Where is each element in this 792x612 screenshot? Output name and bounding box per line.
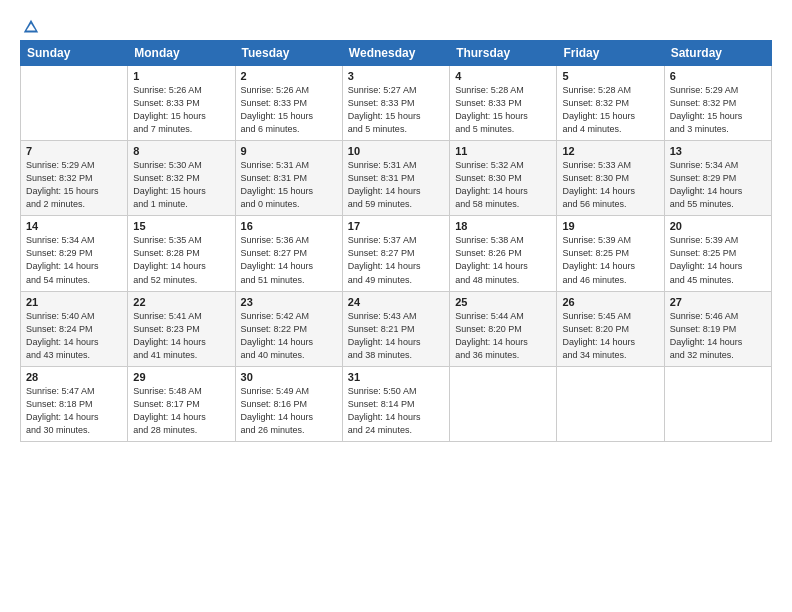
table-cell: 25Sunrise: 5:44 AM Sunset: 8:20 PM Dayli… (450, 291, 557, 366)
day-number: 27 (670, 296, 766, 308)
day-info: Sunrise: 5:49 AM Sunset: 8:16 PM Dayligh… (241, 385, 337, 437)
table-cell (664, 366, 771, 441)
day-info: Sunrise: 5:29 AM Sunset: 8:32 PM Dayligh… (26, 159, 122, 211)
table-cell: 23Sunrise: 5:42 AM Sunset: 8:22 PM Dayli… (235, 291, 342, 366)
day-info: Sunrise: 5:40 AM Sunset: 8:24 PM Dayligh… (26, 310, 122, 362)
day-number: 22 (133, 296, 229, 308)
day-info: Sunrise: 5:36 AM Sunset: 8:27 PM Dayligh… (241, 234, 337, 286)
day-number: 10 (348, 145, 444, 157)
day-info: Sunrise: 5:28 AM Sunset: 8:33 PM Dayligh… (455, 84, 551, 136)
day-info: Sunrise: 5:31 AM Sunset: 8:31 PM Dayligh… (241, 159, 337, 211)
day-info: Sunrise: 5:39 AM Sunset: 8:25 PM Dayligh… (562, 234, 658, 286)
col-thursday: Thursday (450, 41, 557, 66)
day-info: Sunrise: 5:28 AM Sunset: 8:32 PM Dayligh… (562, 84, 658, 136)
table-cell: 31Sunrise: 5:50 AM Sunset: 8:14 PM Dayli… (342, 366, 449, 441)
table-cell: 3Sunrise: 5:27 AM Sunset: 8:33 PM Daylig… (342, 66, 449, 141)
day-info: Sunrise: 5:39 AM Sunset: 8:25 PM Dayligh… (670, 234, 766, 286)
day-number: 31 (348, 371, 444, 383)
day-info: Sunrise: 5:29 AM Sunset: 8:32 PM Dayligh… (670, 84, 766, 136)
day-info: Sunrise: 5:45 AM Sunset: 8:20 PM Dayligh… (562, 310, 658, 362)
day-info: Sunrise: 5:26 AM Sunset: 8:33 PM Dayligh… (133, 84, 229, 136)
day-info: Sunrise: 5:48 AM Sunset: 8:17 PM Dayligh… (133, 385, 229, 437)
table-cell: 12Sunrise: 5:33 AM Sunset: 8:30 PM Dayli… (557, 141, 664, 216)
table-cell: 29Sunrise: 5:48 AM Sunset: 8:17 PM Dayli… (128, 366, 235, 441)
table-cell: 17Sunrise: 5:37 AM Sunset: 8:27 PM Dayli… (342, 216, 449, 291)
day-number: 25 (455, 296, 551, 308)
table-cell: 28Sunrise: 5:47 AM Sunset: 8:18 PM Dayli… (21, 366, 128, 441)
calendar-table: Sunday Monday Tuesday Wednesday Thursday… (20, 40, 772, 442)
day-number: 3 (348, 70, 444, 82)
day-info: Sunrise: 5:50 AM Sunset: 8:14 PM Dayligh… (348, 385, 444, 437)
col-wednesday: Wednesday (342, 41, 449, 66)
day-info: Sunrise: 5:32 AM Sunset: 8:30 PM Dayligh… (455, 159, 551, 211)
table-cell (450, 366, 557, 441)
day-number: 17 (348, 220, 444, 232)
table-cell: 16Sunrise: 5:36 AM Sunset: 8:27 PM Dayli… (235, 216, 342, 291)
table-cell: 5Sunrise: 5:28 AM Sunset: 8:32 PM Daylig… (557, 66, 664, 141)
table-cell: 22Sunrise: 5:41 AM Sunset: 8:23 PM Dayli… (128, 291, 235, 366)
day-number: 12 (562, 145, 658, 157)
col-friday: Friday (557, 41, 664, 66)
table-cell: 11Sunrise: 5:32 AM Sunset: 8:30 PM Dayli… (450, 141, 557, 216)
day-info: Sunrise: 5:35 AM Sunset: 8:28 PM Dayligh… (133, 234, 229, 286)
col-tuesday: Tuesday (235, 41, 342, 66)
table-cell: 15Sunrise: 5:35 AM Sunset: 8:28 PM Dayli… (128, 216, 235, 291)
day-info: Sunrise: 5:44 AM Sunset: 8:20 PM Dayligh… (455, 310, 551, 362)
col-saturday: Saturday (664, 41, 771, 66)
table-cell: 14Sunrise: 5:34 AM Sunset: 8:29 PM Dayli… (21, 216, 128, 291)
day-info: Sunrise: 5:47 AM Sunset: 8:18 PM Dayligh… (26, 385, 122, 437)
day-number: 7 (26, 145, 122, 157)
table-cell: 6Sunrise: 5:29 AM Sunset: 8:32 PM Daylig… (664, 66, 771, 141)
table-cell: 10Sunrise: 5:31 AM Sunset: 8:31 PM Dayli… (342, 141, 449, 216)
day-number: 21 (26, 296, 122, 308)
table-cell: 8Sunrise: 5:30 AM Sunset: 8:32 PM Daylig… (128, 141, 235, 216)
table-cell (557, 366, 664, 441)
day-number: 11 (455, 145, 551, 157)
table-cell: 26Sunrise: 5:45 AM Sunset: 8:20 PM Dayli… (557, 291, 664, 366)
day-number: 26 (562, 296, 658, 308)
col-monday: Monday (128, 41, 235, 66)
day-number: 13 (670, 145, 766, 157)
table-cell: 27Sunrise: 5:46 AM Sunset: 8:19 PM Dayli… (664, 291, 771, 366)
table-cell: 7Sunrise: 5:29 AM Sunset: 8:32 PM Daylig… (21, 141, 128, 216)
day-number: 23 (241, 296, 337, 308)
day-number: 8 (133, 145, 229, 157)
day-info: Sunrise: 5:42 AM Sunset: 8:22 PM Dayligh… (241, 310, 337, 362)
day-info: Sunrise: 5:27 AM Sunset: 8:33 PM Dayligh… (348, 84, 444, 136)
day-number: 29 (133, 371, 229, 383)
logo-area (20, 18, 40, 32)
day-info: Sunrise: 5:37 AM Sunset: 8:27 PM Dayligh… (348, 234, 444, 286)
day-number: 19 (562, 220, 658, 232)
table-cell (21, 66, 128, 141)
page: Sunday Monday Tuesday Wednesday Thursday… (0, 0, 792, 612)
table-cell: 24Sunrise: 5:43 AM Sunset: 8:21 PM Dayli… (342, 291, 449, 366)
header (20, 18, 772, 32)
day-info: Sunrise: 5:34 AM Sunset: 8:29 PM Dayligh… (26, 234, 122, 286)
day-number: 2 (241, 70, 337, 82)
table-cell: 2Sunrise: 5:26 AM Sunset: 8:33 PM Daylig… (235, 66, 342, 141)
table-cell: 1Sunrise: 5:26 AM Sunset: 8:33 PM Daylig… (128, 66, 235, 141)
table-cell: 18Sunrise: 5:38 AM Sunset: 8:26 PM Dayli… (450, 216, 557, 291)
day-number: 6 (670, 70, 766, 82)
day-info: Sunrise: 5:41 AM Sunset: 8:23 PM Dayligh… (133, 310, 229, 362)
day-number: 15 (133, 220, 229, 232)
day-number: 4 (455, 70, 551, 82)
day-number: 14 (26, 220, 122, 232)
table-cell: 21Sunrise: 5:40 AM Sunset: 8:24 PM Dayli… (21, 291, 128, 366)
day-number: 18 (455, 220, 551, 232)
day-info: Sunrise: 5:26 AM Sunset: 8:33 PM Dayligh… (241, 84, 337, 136)
table-cell: 20Sunrise: 5:39 AM Sunset: 8:25 PM Dayli… (664, 216, 771, 291)
logo-icon (22, 18, 40, 36)
day-info: Sunrise: 5:46 AM Sunset: 8:19 PM Dayligh… (670, 310, 766, 362)
logo (20, 18, 40, 36)
day-info: Sunrise: 5:34 AM Sunset: 8:29 PM Dayligh… (670, 159, 766, 211)
day-info: Sunrise: 5:30 AM Sunset: 8:32 PM Dayligh… (133, 159, 229, 211)
day-number: 24 (348, 296, 444, 308)
col-sunday: Sunday (21, 41, 128, 66)
calendar-header-row: Sunday Monday Tuesday Wednesday Thursday… (21, 41, 772, 66)
day-info: Sunrise: 5:43 AM Sunset: 8:21 PM Dayligh… (348, 310, 444, 362)
day-number: 30 (241, 371, 337, 383)
day-number: 1 (133, 70, 229, 82)
day-number: 28 (26, 371, 122, 383)
table-cell: 30Sunrise: 5:49 AM Sunset: 8:16 PM Dayli… (235, 366, 342, 441)
